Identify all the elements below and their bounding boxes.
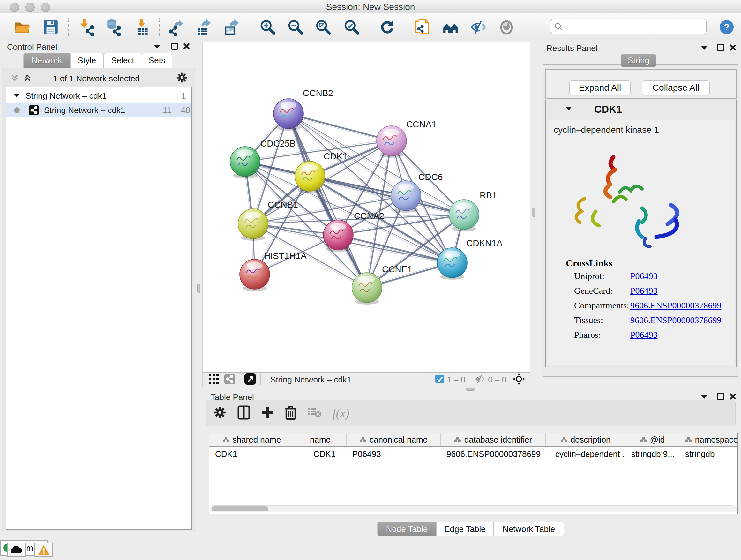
cell-description[interactable]: cyclin–dependent ... [546,447,625,461]
cell-database-identifier[interactable]: 9606.ENSP00000378699 [441,447,546,461]
search-input[interactable] [562,22,700,31]
cloud-button[interactable] [7,543,25,557]
column-header-name[interactable]: name [294,433,347,446]
share-document-button[interactable] [412,17,432,37]
network-edge[interactable] [288,115,391,142]
cell-name[interactable]: CDK1 [294,447,347,461]
network-node-ccnb1[interactable]: CCNB1 [238,200,298,241]
float-panel-icon[interactable] [717,44,724,51]
table-horizontal-scrollbar[interactable] [210,505,737,512]
collapse-all-button[interactable]: Collapse All [642,80,710,95]
column-header-id[interactable]: @id [625,433,679,446]
tab-network-table[interactable]: Network Table [493,522,564,537]
tab-sets[interactable]: Sets [142,53,172,68]
pan-crosshair-icon[interactable] [513,373,525,386]
horizontal-splitter-handle[interactable] [466,388,475,391]
panel-menu-caret-icon[interactable] [701,395,708,399]
cell-namespace[interactable]: stringdb [679,447,738,461]
import-network-icon [78,18,95,36]
import-network-database-button[interactable] [104,17,124,37]
tab-node-table[interactable]: Node Table [377,522,436,537]
hide-unselected-button[interactable] [468,17,488,37]
refresh-button[interactable] [377,17,397,37]
show-columns-icon[interactable] [238,406,250,421]
show-all-button[interactable] [496,17,516,37]
selected-checkbox-icon[interactable] [435,374,444,385]
create-column-plus-icon[interactable] [261,406,274,420]
network-view-toolbar: String Network – cdk1 1 – 0 0 – 0 [203,372,530,387]
collection-caret-icon[interactable] [14,94,19,97]
tab-style-label: Style [77,56,96,65]
network-node-hist1h1a[interactable]: HIST1H1A [240,251,307,291]
close-panel-icon[interactable] [183,43,190,50]
expand-all-networks-icon[interactable] [23,73,32,84]
table-settings-gear-icon[interactable] [213,406,226,421]
column-header-namespace[interactable]: namespace [679,433,738,446]
panel-menu-caret-icon[interactable] [154,45,160,49]
tab-edge-table[interactable]: Edge Table [436,522,493,537]
entry-collapse-caret-icon[interactable] [565,107,572,111]
cell-canonical-name[interactable]: P06493 [347,447,441,461]
import-network-file-button[interactable] [77,17,97,37]
network-edge[interactable] [338,235,452,263]
network-graph[interactable]: CCNB2CCNA1CDC25BCDK1CDC6RB1CCNB1CCNA2CDK… [203,42,531,372]
zoom-out-button[interactable] [286,17,306,37]
panel-menu-caret-icon[interactable] [701,46,708,50]
network-edge[interactable] [288,114,367,288]
open-session-button[interactable] [12,17,32,37]
warning-button[interactable] [35,543,53,557]
string-badge-icon[interactable] [224,374,235,386]
close-panel-icon[interactable] [729,44,737,51]
tab-select[interactable]: Select [104,53,142,68]
collapse-all-networks-icon[interactable] [10,73,19,84]
hidden-eye-slash-icon[interactable] [475,374,485,385]
float-panel-icon[interactable] [717,393,724,400]
network-node-ccna1[interactable]: CCNA1 [377,119,436,158]
network-row-selected[interactable]: String Network – cdk1 11 48 [6,103,192,118]
zoom-selected-button[interactable] [342,17,361,37]
network-node-ccne1[interactable]: CCNE1 [352,264,412,305]
column-header-database-identifier[interactable]: database identifier [441,433,546,446]
export-image-button[interactable] [222,17,242,37]
column-header-canonical-name[interactable]: canonical name [347,433,441,446]
table-row[interactable]: CDK1 CDK1 P06493 9606.ENSP00000378699 cy… [209,447,738,461]
expand-all-button[interactable]: Expand All [569,80,630,95]
network-node-rb1[interactable]: RB1 [449,190,497,232]
column-header-shared-name[interactable]: shared name [209,433,294,446]
crosslink-pharos-link[interactable]: P06493 [630,330,658,340]
function-builder-icon[interactable]: f(x) [333,406,349,420]
help-button[interactable]: ? [717,17,737,37]
zoom-in-button[interactable] [258,17,278,37]
close-panel-icon[interactable] [729,393,737,400]
network-node-cdkn1a[interactable]: CDKN1A [437,238,502,280]
right-splitter-handle[interactable] [532,207,535,217]
crosslink-tissues-link[interactable]: 9606.ENSP00000378699 [630,315,721,325]
column-header-description[interactable]: description [546,433,625,446]
tab-select-label: Select [111,56,134,65]
delete-table-icon[interactable] [308,407,322,419]
tab-network[interactable]: Network [23,53,70,68]
string-home-button[interactable] [441,17,461,37]
delete-column-trash-icon[interactable] [285,406,297,421]
open-in-browser-icon[interactable] [245,373,256,386]
crosslink-uniprot-link[interactable]: P06493 [630,271,658,281]
float-panel-icon[interactable] [171,43,178,50]
cell-id[interactable]: stringdb:9... [625,447,679,461]
export-network-button[interactable] [166,17,186,37]
network-collection-row[interactable]: String Network – cdk1 1 [6,88,192,103]
scrollbar-thumb[interactable] [212,506,268,511]
crosslink-genecard-link[interactable]: P06493 [630,286,658,296]
cell-shared-name[interactable]: CDK1 [209,447,294,461]
import-table-file-button[interactable] [133,17,153,37]
network-view[interactable]: CCNB2CCNA1CDC25BCDK1CDC6RB1CCNB1CCNA2CDK… [202,42,530,387]
crosslink-compartments-link[interactable]: 9606.ENSP00000378699 [630,300,721,311]
tab-string-label: String [628,56,650,65]
save-session-button[interactable] [41,17,61,37]
tab-string[interactable]: String [621,54,656,67]
zoom-fit-button[interactable] [313,17,333,37]
export-table-button[interactable] [194,17,213,37]
birdseye-grid-icon[interactable] [208,374,219,386]
tab-style[interactable]: Style [70,53,104,68]
left-splitter-handle[interactable] [197,284,200,293]
network-options-gear-icon[interactable] [176,72,188,84]
